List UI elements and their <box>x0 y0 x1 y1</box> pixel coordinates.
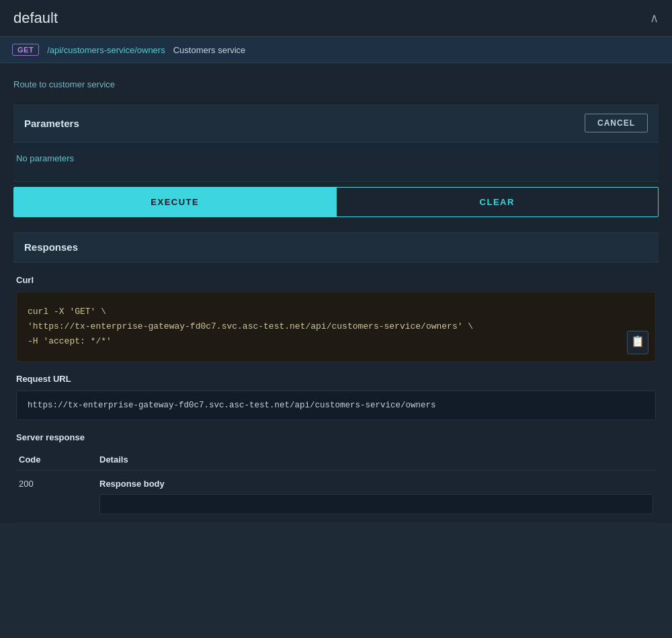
clear-button[interactable]: CLEAR <box>336 188 659 216</box>
no-params-label: No parameters <box>13 143 659 174</box>
page-title: default <box>13 9 58 27</box>
column-header-details: Details <box>99 454 653 465</box>
parameters-header: Parameters CANCEL <box>13 104 659 143</box>
header: default ∧ <box>0 0 672 36</box>
column-header-code: Code <box>19 454 99 465</box>
main-content: Route to customer service Parameters CAN… <box>0 63 672 523</box>
response-body-label: Response body <box>99 479 653 489</box>
responses-header: Responses <box>13 232 659 263</box>
parameters-section: Parameters CANCEL No parameters <box>13 104 659 182</box>
table-row: 200 Response body <box>16 471 656 523</box>
request-url-value: https://tx-enterprise-gateway-fd0c7.svc.… <box>16 391 656 420</box>
route-description: Route to customer service <box>13 77 659 89</box>
request-url-label: Request URL <box>16 374 656 384</box>
server-response-label: Server response <box>16 432 656 442</box>
response-body-box <box>99 494 653 514</box>
table-header-row: Code Details <box>16 449 656 471</box>
server-response-section: Server response Code Details 200 Respons… <box>13 420 659 523</box>
responses-section: Responses Curl curl -X 'GET' \ 'https://… <box>13 232 659 523</box>
response-details: Response body <box>99 479 653 514</box>
api-path: /api/customers-service/owners <box>47 45 165 55</box>
curl-line3: -H 'accept: */*' <box>28 334 644 349</box>
execute-button[interactable]: EXECUTE <box>14 188 336 216</box>
curl-line2: 'https://tx-enterprise-gateway-fd0c7.svc… <box>28 319 644 334</box>
response-code: 200 <box>19 479 99 489</box>
parameters-title: Parameters <box>24 118 79 129</box>
action-buttons: EXECUTE CLEAR <box>13 187 659 217</box>
api-description: Customers service <box>173 45 246 55</box>
api-bar: GET /api/customers-service/owners Custom… <box>0 37 672 63</box>
request-url-section: Request URL https://tx-enterprise-gatewa… <box>13 362 659 420</box>
collapse-icon[interactable]: ∧ <box>650 11 659 26</box>
params-container: No parameters <box>13 143 659 182</box>
curl-label: Curl <box>16 275 656 285</box>
curl-line1: curl -X 'GET' \ <box>28 305 644 319</box>
curl-section: Curl curl -X 'GET' \ 'https://tx-enterpr… <box>13 263 659 362</box>
copy-icon[interactable]: 📋 <box>627 331 648 354</box>
method-badge: GET <box>12 44 39 56</box>
curl-code-block: curl -X 'GET' \ 'https://tx-enterprise-g… <box>16 292 656 362</box>
cancel-button[interactable]: CANCEL <box>585 114 648 132</box>
page-container: default ∧ GET /api/customers-service/own… <box>0 0 672 523</box>
